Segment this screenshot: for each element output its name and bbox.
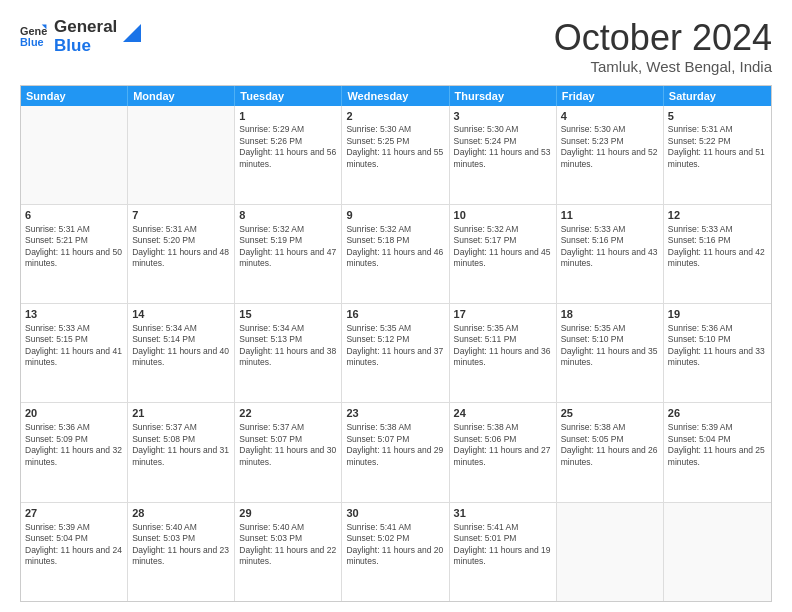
day-number: 7 (132, 208, 230, 223)
day-number: 4 (561, 109, 659, 124)
header-sunday: Sunday (21, 86, 128, 106)
day-info: Sunrise: 5:41 AMSunset: 5:01 PMDaylight:… (454, 522, 552, 568)
day-number: 15 (239, 307, 337, 322)
calendar: Sunday Monday Tuesday Wednesday Thursday… (20, 85, 772, 602)
header-saturday: Saturday (664, 86, 771, 106)
cal-cell-w1-d0 (21, 106, 128, 204)
header-tuesday: Tuesday (235, 86, 342, 106)
cal-cell-w3-d2: 15Sunrise: 5:34 AMSunset: 5:13 PMDayligh… (235, 304, 342, 402)
logo-icon: General Blue (20, 23, 48, 51)
day-info: Sunrise: 5:37 AMSunset: 5:07 PMDaylight:… (239, 422, 337, 468)
day-info: Sunrise: 5:38 AMSunset: 5:05 PMDaylight:… (561, 422, 659, 468)
cal-cell-w4-d4: 24Sunrise: 5:38 AMSunset: 5:06 PMDayligh… (450, 403, 557, 501)
cal-cell-w2-d2: 8Sunrise: 5:32 AMSunset: 5:19 PMDaylight… (235, 205, 342, 303)
day-number: 23 (346, 406, 444, 421)
cal-cell-w4-d6: 26Sunrise: 5:39 AMSunset: 5:04 PMDayligh… (664, 403, 771, 501)
cal-cell-w4-d0: 20Sunrise: 5:36 AMSunset: 5:09 PMDayligh… (21, 403, 128, 501)
week-row-1: 1Sunrise: 5:29 AMSunset: 5:26 PMDaylight… (21, 106, 771, 205)
day-number: 26 (668, 406, 767, 421)
day-number: 27 (25, 506, 123, 521)
cal-cell-w5-d2: 29Sunrise: 5:40 AMSunset: 5:03 PMDayligh… (235, 503, 342, 601)
day-number: 9 (346, 208, 444, 223)
cal-cell-w1-d6: 5Sunrise: 5:31 AMSunset: 5:22 PMDaylight… (664, 106, 771, 204)
day-number: 10 (454, 208, 552, 223)
calendar-body: 1Sunrise: 5:29 AMSunset: 5:26 PMDaylight… (21, 106, 771, 601)
cal-cell-w5-d1: 28Sunrise: 5:40 AMSunset: 5:03 PMDayligh… (128, 503, 235, 601)
page: General Blue General Blue October 2024 T… (0, 0, 792, 612)
day-info: Sunrise: 5:39 AMSunset: 5:04 PMDaylight:… (668, 422, 767, 468)
week-row-5: 27Sunrise: 5:39 AMSunset: 5:04 PMDayligh… (21, 503, 771, 601)
day-info: Sunrise: 5:35 AMSunset: 5:10 PMDaylight:… (561, 323, 659, 369)
cal-cell-w3-d1: 14Sunrise: 5:34 AMSunset: 5:14 PMDayligh… (128, 304, 235, 402)
cal-cell-w1-d3: 2Sunrise: 5:30 AMSunset: 5:25 PMDaylight… (342, 106, 449, 204)
day-info: Sunrise: 5:31 AMSunset: 5:21 PMDaylight:… (25, 224, 123, 270)
day-info: Sunrise: 5:31 AMSunset: 5:22 PMDaylight:… (668, 124, 767, 170)
day-number: 22 (239, 406, 337, 421)
day-info: Sunrise: 5:32 AMSunset: 5:18 PMDaylight:… (346, 224, 444, 270)
day-info: Sunrise: 5:33 AMSunset: 5:15 PMDaylight:… (25, 323, 123, 369)
day-info: Sunrise: 5:38 AMSunset: 5:06 PMDaylight:… (454, 422, 552, 468)
cal-cell-w3-d3: 16Sunrise: 5:35 AMSunset: 5:12 PMDayligh… (342, 304, 449, 402)
day-info: Sunrise: 5:30 AMSunset: 5:25 PMDaylight:… (346, 124, 444, 170)
cal-cell-w5-d5 (557, 503, 664, 601)
week-row-4: 20Sunrise: 5:36 AMSunset: 5:09 PMDayligh… (21, 403, 771, 502)
logo-line1: General (54, 18, 117, 37)
logo: General Blue General Blue (20, 18, 141, 55)
cal-cell-w2-d4: 10Sunrise: 5:32 AMSunset: 5:17 PMDayligh… (450, 205, 557, 303)
day-number: 14 (132, 307, 230, 322)
title-area: October 2024 Tamluk, West Bengal, India (554, 18, 772, 75)
day-info: Sunrise: 5:30 AMSunset: 5:23 PMDaylight:… (561, 124, 659, 170)
svg-text:Blue: Blue (20, 36, 44, 48)
day-number: 6 (25, 208, 123, 223)
cal-cell-w3-d5: 18Sunrise: 5:35 AMSunset: 5:10 PMDayligh… (557, 304, 664, 402)
day-info: Sunrise: 5:33 AMSunset: 5:16 PMDaylight:… (668, 224, 767, 270)
cal-cell-w1-d4: 3Sunrise: 5:30 AMSunset: 5:24 PMDaylight… (450, 106, 557, 204)
calendar-header: Sunday Monday Tuesday Wednesday Thursday… (21, 86, 771, 106)
day-number: 5 (668, 109, 767, 124)
day-info: Sunrise: 5:36 AMSunset: 5:09 PMDaylight:… (25, 422, 123, 468)
cal-cell-w2-d6: 12Sunrise: 5:33 AMSunset: 5:16 PMDayligh… (664, 205, 771, 303)
day-number: 17 (454, 307, 552, 322)
cal-cell-w2-d5: 11Sunrise: 5:33 AMSunset: 5:16 PMDayligh… (557, 205, 664, 303)
cal-cell-w4-d2: 22Sunrise: 5:37 AMSunset: 5:07 PMDayligh… (235, 403, 342, 501)
day-number: 19 (668, 307, 767, 322)
day-info: Sunrise: 5:41 AMSunset: 5:02 PMDaylight:… (346, 522, 444, 568)
cal-cell-w4-d3: 23Sunrise: 5:38 AMSunset: 5:07 PMDayligh… (342, 403, 449, 501)
day-info: Sunrise: 5:37 AMSunset: 5:08 PMDaylight:… (132, 422, 230, 468)
header-thursday: Thursday (450, 86, 557, 106)
cal-cell-w1-d5: 4Sunrise: 5:30 AMSunset: 5:23 PMDaylight… (557, 106, 664, 204)
cal-cell-w3-d4: 17Sunrise: 5:35 AMSunset: 5:11 PMDayligh… (450, 304, 557, 402)
day-number: 31 (454, 506, 552, 521)
day-number: 2 (346, 109, 444, 124)
day-number: 29 (239, 506, 337, 521)
day-info: Sunrise: 5:40 AMSunset: 5:03 PMDaylight:… (132, 522, 230, 568)
day-number: 24 (454, 406, 552, 421)
day-info: Sunrise: 5:34 AMSunset: 5:13 PMDaylight:… (239, 323, 337, 369)
cal-cell-w5-d0: 27Sunrise: 5:39 AMSunset: 5:04 PMDayligh… (21, 503, 128, 601)
day-number: 25 (561, 406, 659, 421)
day-number: 12 (668, 208, 767, 223)
month-title: October 2024 (554, 18, 772, 58)
logo-arrow-icon (123, 24, 141, 42)
day-number: 8 (239, 208, 337, 223)
cal-cell-w2-d1: 7Sunrise: 5:31 AMSunset: 5:20 PMDaylight… (128, 205, 235, 303)
day-info: Sunrise: 5:32 AMSunset: 5:19 PMDaylight:… (239, 224, 337, 270)
header-monday: Monday (128, 86, 235, 106)
day-info: Sunrise: 5:35 AMSunset: 5:12 PMDaylight:… (346, 323, 444, 369)
day-info: Sunrise: 5:29 AMSunset: 5:26 PMDaylight:… (239, 124, 337, 170)
day-info: Sunrise: 5:35 AMSunset: 5:11 PMDaylight:… (454, 323, 552, 369)
day-info: Sunrise: 5:34 AMSunset: 5:14 PMDaylight:… (132, 323, 230, 369)
svg-marker-3 (123, 24, 141, 42)
day-number: 16 (346, 307, 444, 322)
cal-cell-w5-d3: 30Sunrise: 5:41 AMSunset: 5:02 PMDayligh… (342, 503, 449, 601)
day-info: Sunrise: 5:39 AMSunset: 5:04 PMDaylight:… (25, 522, 123, 568)
cal-cell-w1-d1 (128, 106, 235, 204)
cal-cell-w4-d1: 21Sunrise: 5:37 AMSunset: 5:08 PMDayligh… (128, 403, 235, 501)
header: General Blue General Blue October 2024 T… (20, 18, 772, 75)
header-friday: Friday (557, 86, 664, 106)
day-number: 20 (25, 406, 123, 421)
logo-line2: Blue (54, 37, 91, 56)
week-row-2: 6Sunrise: 5:31 AMSunset: 5:21 PMDaylight… (21, 205, 771, 304)
day-number: 1 (239, 109, 337, 124)
day-info: Sunrise: 5:36 AMSunset: 5:10 PMDaylight:… (668, 323, 767, 369)
